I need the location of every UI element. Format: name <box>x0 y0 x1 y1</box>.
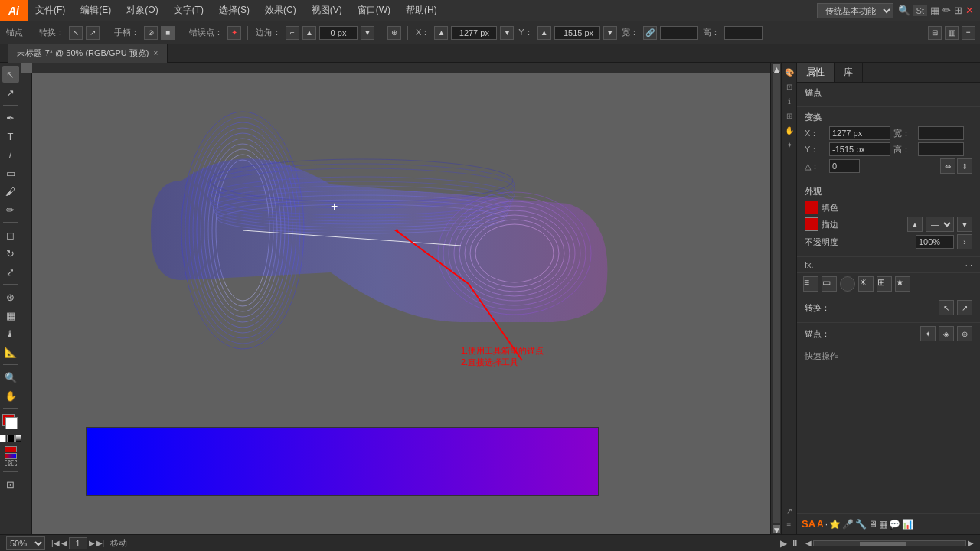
scale-tool[interactable]: ⤢ <box>2 263 19 280</box>
line-tool[interactable]: / <box>2 146 19 163</box>
menu-object[interactable]: 对象(O) <box>119 0 165 21</box>
menu-help[interactable]: 帮助(H) <box>398 0 445 21</box>
fx-more-btn[interactable]: ··· <box>965 260 972 269</box>
h-scroll-track[interactable] <box>813 540 966 546</box>
stroke-up-btn[interactable]: ▲ <box>907 217 923 232</box>
blend-tool[interactable]: ⊛ <box>2 289 19 305</box>
page-prev-btn[interactable]: ◀ <box>61 539 67 547</box>
stroke-color-icon[interactable] <box>805 217 818 231</box>
gradient-btn[interactable] <box>5 453 17 459</box>
convert-btn1[interactable]: ↖ <box>69 26 83 40</box>
window-arrange-icon[interactable]: ⊞ <box>954 5 962 16</box>
x-value-input[interactable] <box>451 26 497 40</box>
convert-rp-btn1[interactable]: ↖ <box>939 300 954 315</box>
select-tool[interactable]: ↖ <box>2 66 19 83</box>
brand-icon-a[interactable]: A <box>817 519 824 530</box>
more-icon[interactable]: ≡ <box>962 26 975 40</box>
link-out-icon[interactable]: ↗ <box>783 504 795 517</box>
play-btn[interactable]: ▶ <box>780 538 787 549</box>
zoom-tool[interactable]: 🔍 <box>2 369 19 386</box>
menu-edit[interactable]: 编辑(E) <box>73 0 119 21</box>
menu-select[interactable]: 选择(S) <box>211 0 257 21</box>
handle-btn1[interactable]: ⊘ <box>144 26 158 40</box>
gradient-rectangle[interactable] <box>86 427 599 496</box>
brand-icon-chat[interactable]: 💬 <box>889 519 900 530</box>
width-rp-input[interactable] <box>918 126 964 140</box>
white-swatch[interactable] <box>0 435 6 442</box>
anchor-rp-btn1[interactable]: ✦ <box>920 326 936 341</box>
page-input[interactable] <box>69 537 87 549</box>
corner-up-btn[interactable]: ▲ <box>302 26 316 40</box>
scroll-track[interactable] <box>773 73 780 523</box>
scroll-down-btn[interactable]: ▼ <box>773 525 780 533</box>
pen-tool[interactable]: ✒ <box>2 109 19 126</box>
tab-library[interactable]: 库 <box>835 63 863 82</box>
brand-icon-monitor[interactable]: 🖥 <box>868 519 877 530</box>
workspace-select[interactable]: 传统基本功能 <box>817 3 893 18</box>
rect-tool[interactable]: ▭ <box>2 165 19 181</box>
convert-rp-btn2[interactable]: ↗ <box>957 300 972 315</box>
tab-properties[interactable]: 属性 <box>797 63 835 82</box>
brand-icon-mic[interactable]: 🎤 <box>842 519 854 530</box>
bridge-icon[interactable]: St <box>913 5 927 16</box>
anchor-rp-btn2[interactable]: ◈ <box>939 326 954 341</box>
anchor-rp-btn3[interactable]: ⊕ <box>957 326 972 341</box>
opacity-more-btn[interactable]: › <box>957 234 972 249</box>
eyedropper-tool[interactable]: 🌡 <box>2 325 19 342</box>
h-scroll-thumb[interactable] <box>860 542 906 546</box>
fill-color-icon[interactable] <box>805 201 818 214</box>
black-swatch[interactable] <box>7 435 15 442</box>
x-up-btn[interactable]: ▲ <box>434 26 448 40</box>
measure-tool[interactable]: 📐 <box>2 344 19 360</box>
corner-down-btn[interactable]: ▼ <box>361 26 374 40</box>
y-down-btn[interactable]: ▼ <box>603 26 617 40</box>
artboard-tool[interactable]: ⊡ <box>2 476 19 493</box>
layers-icon2[interactable]: ⊞ <box>877 276 892 292</box>
menu-window[interactable]: 窗口(W) <box>350 0 398 21</box>
grid-icon[interactable]: ▦ <box>930 5 939 16</box>
align-icon2[interactable]: ≡ <box>803 276 818 292</box>
brand-icon-tool[interactable]: 🔧 <box>855 519 867 530</box>
transform-icon[interactable]: ⊕ <box>387 26 401 40</box>
close-icon[interactable]: ✕ <box>965 5 974 16</box>
zoom-select[interactable]: 50% 25% 100% <box>6 536 45 550</box>
sun-icon[interactable]: ☀ <box>858 276 874 292</box>
brand-icon-grid2[interactable]: ▦ <box>879 519 887 530</box>
menu-file[interactable]: 文件(F) <box>28 0 73 21</box>
rect-icon[interactable]: ▭ <box>822 276 837 292</box>
circle-icon[interactable] <box>840 276 855 292</box>
height-value-input[interactable] <box>724 26 763 40</box>
stroke-type-select[interactable]: — <box>926 217 954 232</box>
paintbrush-tool[interactable]: 🖌 <box>2 183 19 200</box>
page-next-btn[interactable]: ▶ <box>89 539 95 547</box>
error-btn[interactable]: ✦ <box>227 26 241 40</box>
width-value-input[interactable] <box>660 26 698 40</box>
scroll-up-btn[interactable]: ▲ <box>773 64 780 72</box>
type-tool[interactable]: T <box>2 128 19 145</box>
y-up-btn[interactable]: ▲ <box>537 26 551 40</box>
y-rp-input[interactable] <box>829 142 890 156</box>
color-btn[interactable] <box>5 446 17 452</box>
search-icon[interactable]: 🔍 <box>898 5 910 16</box>
brand-icon-star[interactable]: ⭐ <box>829 519 841 530</box>
none-btn[interactable]: ⊘ <box>5 460 17 466</box>
direct-select-tool[interactable]: ↗ <box>2 84 19 101</box>
tab-close-btn[interactable]: × <box>154 49 158 57</box>
y-value-input[interactable] <box>554 26 600 40</box>
brand-icon-table[interactable]: 📊 <box>902 519 913 530</box>
handle-btn2[interactable]: ■ <box>161 26 175 40</box>
corner-icon[interactable]: ⌐ <box>286 26 299 40</box>
page-first-btn[interactable]: |◀ <box>51 539 60 547</box>
hand-tool[interactable]: ✋ <box>2 387 19 404</box>
pencil-tool[interactable]: ✏ <box>2 201 19 218</box>
canvas-drawing-area[interactable]: 1.使用工具箱里的锚点 2.直接选择工具 + <box>32 73 760 534</box>
flip-h-btn[interactable]: ⇔ <box>940 158 956 174</box>
stack-icon[interactable]: ≡ <box>783 519 795 531</box>
scroll-right-btn[interactable]: ▶ <box>968 539 974 547</box>
artboard-icon2[interactable]: ⊡ <box>783 80 795 93</box>
corner-value-input[interactable] <box>319 26 358 40</box>
none-swatch[interactable] <box>15 435 22 442</box>
layers-icon[interactable]: ⊞ <box>783 109 795 122</box>
link-icon[interactable]: 🔗 <box>643 26 657 40</box>
opacity-input[interactable] <box>916 235 954 249</box>
